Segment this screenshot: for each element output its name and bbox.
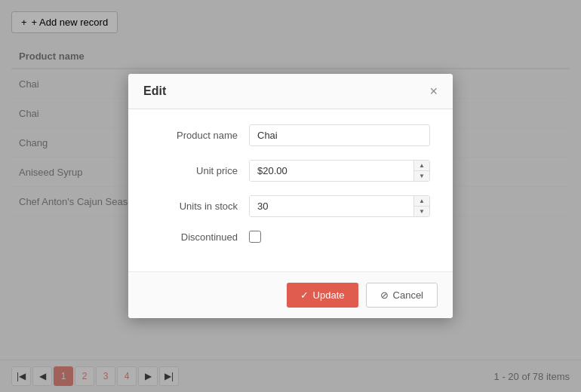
discontinued-checkbox[interactable] [249, 231, 261, 243]
units-in-stock-input[interactable] [250, 196, 413, 216]
unit-price-up-button[interactable]: ▲ [414, 161, 429, 171]
product-name-label: Product name [151, 130, 249, 141]
modal-header: Edit × [128, 74, 453, 109]
units-in-stock-label: Units in stock [151, 201, 249, 212]
unit-price-input[interactable] [250, 161, 413, 181]
update-check-icon: ✓ [300, 289, 309, 301]
unit-price-down-button[interactable]: ▼ [414, 171, 429, 181]
modal-footer: ✓ Update ⊘ Cancel [128, 271, 453, 318]
discontinued-label: Discontinued [151, 231, 249, 243]
update-button[interactable]: ✓ Update [287, 283, 358, 308]
product-name-row: Product name [151, 124, 430, 146]
unit-price-label: Unit price [151, 165, 249, 176]
modal-close-button[interactable]: × [429, 84, 438, 98]
modal-body: Product name Unit price ▲ ▼ Units in sto… [128, 109, 453, 271]
units-in-stock-spinner: ▲ ▼ [249, 195, 430, 217]
cancel-icon: ⊘ [380, 289, 389, 301]
discontinued-row: Discontinued [151, 231, 430, 243]
modal-overlay: Edit × Product name Unit price ▲ ▼ [0, 0, 581, 392]
units-in-stock-down-button[interactable]: ▼ [414, 207, 429, 216]
unit-price-row: Unit price ▲ ▼ [151, 160, 430, 182]
units-in-stock-up-button[interactable]: ▲ [414, 196, 429, 207]
units-in-stock-row: Units in stock ▲ ▼ [151, 195, 430, 217]
unit-price-spinner: ▲ ▼ [249, 160, 430, 182]
cancel-button[interactable]: ⊘ Cancel [366, 283, 438, 308]
modal-title: Edit [143, 84, 166, 98]
edit-modal: Edit × Product name Unit price ▲ ▼ [128, 74, 453, 318]
product-name-input[interactable] [249, 124, 430, 146]
